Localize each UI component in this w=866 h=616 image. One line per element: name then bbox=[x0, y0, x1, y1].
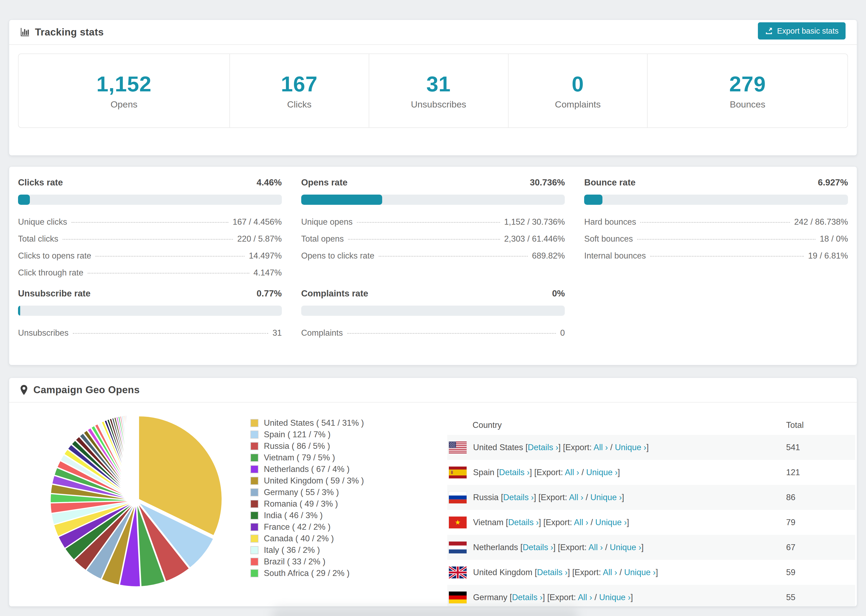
rate-block-bounce-rate: Bounce rate6.927%Hard bounces242 / 86.73… bbox=[584, 178, 848, 278]
export-unique-link[interactable]: Unique › bbox=[624, 567, 656, 577]
stat-cell-opens: 1,152Opens bbox=[19, 54, 230, 127]
stat-cell-clicks: 167Clicks bbox=[230, 54, 369, 127]
rate-row-value: 4.147% bbox=[254, 268, 282, 278]
geo-table-row-russia: Russia [Details ›] [Export: All › / Uniq… bbox=[447, 485, 855, 510]
details-link[interactable]: Details › bbox=[508, 518, 539, 527]
rates-grid: Clicks rate4.46%Unique clicks167 / 4.456… bbox=[9, 167, 857, 349]
export-all-link[interactable]: All › bbox=[594, 443, 608, 452]
export-all-link[interactable]: All › bbox=[565, 468, 579, 477]
legend-label: United Kingdom ( 59 / 3% ) bbox=[264, 476, 364, 486]
legend-label: United States ( 541 / 31% ) bbox=[264, 418, 364, 428]
stat-value-bounces: 279 bbox=[729, 72, 766, 96]
bracket: ] bbox=[656, 567, 658, 577]
rate-row-soft-bounces: Soft bounces18 / 0% bbox=[584, 234, 848, 244]
united-states-flag-icon bbox=[449, 442, 467, 453]
export-all-link[interactable]: All › bbox=[569, 493, 583, 502]
details-link[interactable]: Details › bbox=[512, 592, 543, 602]
rate-row-value: 18 / 0% bbox=[820, 234, 848, 244]
legend-swatch-france bbox=[250, 523, 258, 531]
slash-separator: / bbox=[603, 543, 610, 552]
export-all-link[interactable]: All › bbox=[578, 592, 592, 602]
country-name: Spain bbox=[473, 468, 497, 477]
legend-item-romania: Romania ( 49 / 3% ) bbox=[250, 498, 364, 509]
bracket: ] [Export: bbox=[539, 518, 574, 527]
bracket: ] [Export: bbox=[529, 468, 565, 477]
export-unique-link[interactable]: Unique › bbox=[599, 592, 631, 602]
legend-swatch-russia bbox=[250, 442, 258, 450]
details-link[interactable]: Details › bbox=[523, 543, 553, 552]
bracket: ] [Export: bbox=[553, 543, 589, 552]
legend-label: India ( 46 / 3% ) bbox=[264, 511, 323, 520]
total-cell: 86 bbox=[786, 493, 795, 502]
stat-label-clicks: Clicks bbox=[287, 99, 312, 110]
legend-swatch-germany bbox=[250, 488, 258, 497]
dotted-leader bbox=[637, 239, 816, 240]
rate-row-value: 242 / 86.738% bbox=[794, 217, 848, 227]
export-unique-link[interactable]: Unique › bbox=[586, 468, 617, 477]
bar-chart-icon bbox=[20, 27, 30, 37]
rate-head-opens-rate: Opens rate30.736% bbox=[301, 178, 565, 188]
legend-label: Romania ( 49 / 3% ) bbox=[264, 499, 338, 509]
geo-table-row-vietnam: Vietnam [Details ›] [Export: All › / Uni… bbox=[447, 510, 855, 535]
country-name: United Kingdom bbox=[473, 567, 535, 577]
country-cell: Russia [Details ›] [Export: All › / Uniq… bbox=[473, 493, 624, 502]
bracket: ] bbox=[646, 443, 649, 452]
export-unique-link[interactable]: Unique › bbox=[615, 443, 646, 452]
country-name: Russia bbox=[473, 493, 501, 502]
slash-separator: / bbox=[608, 443, 615, 452]
rate-row-label: Unsubscribes bbox=[18, 328, 69, 338]
stat-value-clicks: 167 bbox=[281, 72, 318, 96]
rate-row-value: 2,303 / 61.446% bbox=[504, 234, 565, 244]
rates-panel: Clicks rate4.46%Unique clicks167 / 4.456… bbox=[9, 167, 857, 365]
export-unique-link[interactable]: Unique › bbox=[610, 543, 641, 552]
details-link[interactable]: Details › bbox=[537, 567, 568, 577]
legend-swatch-canada bbox=[250, 534, 258, 543]
rate-row-label: Unique clicks bbox=[18, 217, 67, 227]
export-button-label: Export basic stats bbox=[777, 27, 839, 36]
bracket: ] bbox=[641, 543, 644, 552]
dotted-leader bbox=[72, 222, 228, 223]
export-unique-link[interactable]: Unique › bbox=[595, 518, 627, 527]
bracket: ] [Export: bbox=[558, 443, 594, 452]
export-all-link[interactable]: All › bbox=[574, 518, 588, 527]
dotted-leader bbox=[357, 222, 500, 223]
rate-progress-track bbox=[18, 306, 282, 316]
slash-separator: / bbox=[588, 518, 595, 527]
rate-row-clicks-to-opens-rate: Clicks to opens rate14.497% bbox=[18, 251, 282, 261]
bracket: ] bbox=[627, 518, 629, 527]
rate-progress-track bbox=[301, 195, 565, 205]
bracket: [ bbox=[510, 592, 512, 602]
campaign-geo-opens-panel: Campaign Geo Opens United States ( 541 /… bbox=[9, 378, 857, 607]
legend-item-france: France ( 42 / 2% ) bbox=[250, 521, 364, 533]
details-link[interactable]: Details › bbox=[499, 468, 530, 477]
geo-table-row-netherlands: Netherlands [Details ›] [Export: All › /… bbox=[447, 535, 855, 560]
export-unique-link[interactable]: Unique › bbox=[590, 493, 622, 502]
bracket: ] [Export: bbox=[568, 567, 603, 577]
rate-row-label: Total opens bbox=[301, 234, 344, 244]
russia-flag-icon bbox=[449, 492, 467, 503]
stat-label-opens: Opens bbox=[110, 99, 137, 110]
legend-item-brazil: Brazil ( 33 / 2% ) bbox=[250, 556, 364, 567]
export-all-link[interactable]: All › bbox=[589, 543, 603, 552]
rate-row-label: Internal bounces bbox=[584, 251, 646, 261]
spain-flag-icon bbox=[449, 467, 467, 478]
legend-item-united-kingdom: United Kingdom ( 59 / 3% ) bbox=[250, 475, 364, 486]
details-link[interactable]: Details › bbox=[527, 443, 558, 452]
legend-item-netherlands: Netherlands ( 67 / 4% ) bbox=[250, 464, 364, 475]
rate-progress-fill bbox=[584, 195, 602, 205]
stat-label-bounces: Bounces bbox=[730, 99, 765, 110]
rate-row-opens-to-clicks-rate: Opens to clicks rate689.82% bbox=[301, 251, 565, 261]
export-all-link[interactable]: All › bbox=[603, 567, 617, 577]
slash-separator: / bbox=[579, 468, 586, 477]
rate-title: Opens rate bbox=[301, 178, 348, 188]
rate-row-unique-opens: Unique opens1,152 / 30.736% bbox=[301, 217, 565, 227]
legend-item-germany: Germany ( 55 / 3% ) bbox=[250, 486, 364, 498]
rate-title: Clicks rate bbox=[18, 178, 63, 188]
rate-row-label: Unique opens bbox=[301, 217, 353, 227]
details-link[interactable]: Details › bbox=[503, 493, 534, 502]
export-basic-stats-button[interactable]: Export basic stats bbox=[758, 22, 846, 39]
country-cell: Germany [Details ›] [Export: All › / Uni… bbox=[473, 592, 633, 602]
geo-opens-pie-chart[interactable] bbox=[42, 408, 230, 596]
stat-cell-bounces: 279Bounces bbox=[648, 54, 847, 127]
rate-row-label: Soft bounces bbox=[584, 234, 633, 244]
